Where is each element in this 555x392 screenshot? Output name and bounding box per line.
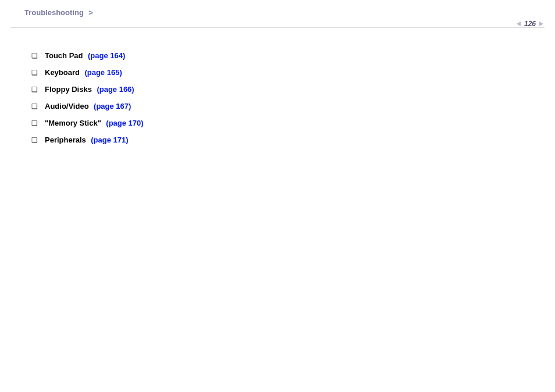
item-link[interactable]: (page 166) — [97, 85, 134, 94]
item-link[interactable]: (page 171) — [91, 136, 128, 144]
topic-list: ❏ Touch Pad (page 164) ❏ Keyboard (page … — [31, 50, 144, 145]
divider — [10, 27, 545, 28]
item-link[interactable]: (page 164) — [88, 51, 125, 60]
item-link[interactable]: (page 165) — [84, 68, 122, 77]
item-label: Touch Pad — [45, 51, 83, 60]
breadcrumb-separator: > — [88, 8, 93, 17]
content-area: ❏ Touch Pad (page 164) ❏ Keyboard (page … — [31, 50, 144, 151]
bullet-icon: ❏ — [31, 118, 38, 129]
bullet-icon: ❏ — [31, 101, 38, 112]
header: Troubleshooting > — [0, 0, 555, 17]
item-label: Keyboard — [45, 68, 80, 77]
list-item: ❏ Peripherals (page 171) — [31, 134, 144, 145]
bullet-icon: ❏ — [31, 67, 38, 78]
bullet-icon: ❏ — [31, 135, 38, 145]
item-link[interactable]: (page 170) — [106, 119, 143, 127]
item-link[interactable]: (page 167) — [94, 102, 131, 111]
arrow-left-icon[interactable] — [517, 22, 521, 26]
list-item: ❏ "Memory Stick" (page 170) — [31, 117, 144, 129]
page-number: 126 — [523, 20, 537, 28]
item-label: Peripherals — [45, 136, 86, 144]
list-item: ❏ Floppy Disks (page 166) — [31, 84, 144, 95]
list-item: ❏ Audio/Video (page 167) — [31, 101, 144, 112]
list-item: ❏ Keyboard (page 165) — [31, 67, 144, 78]
list-item: ❏ Touch Pad (page 164) — [31, 50, 144, 61]
item-label: "Memory Stick" — [45, 119, 101, 127]
item-label: Floppy Disks — [45, 85, 92, 94]
bullet-icon: ❏ — [31, 84, 38, 95]
breadcrumb-title[interactable]: Troubleshooting — [24, 8, 84, 17]
item-label: Audio/Video — [45, 102, 89, 111]
bullet-icon: ❏ — [31, 51, 38, 61]
page-indicator: 126 — [517, 20, 543, 28]
arrow-right-icon[interactable] — [539, 22, 543, 26]
